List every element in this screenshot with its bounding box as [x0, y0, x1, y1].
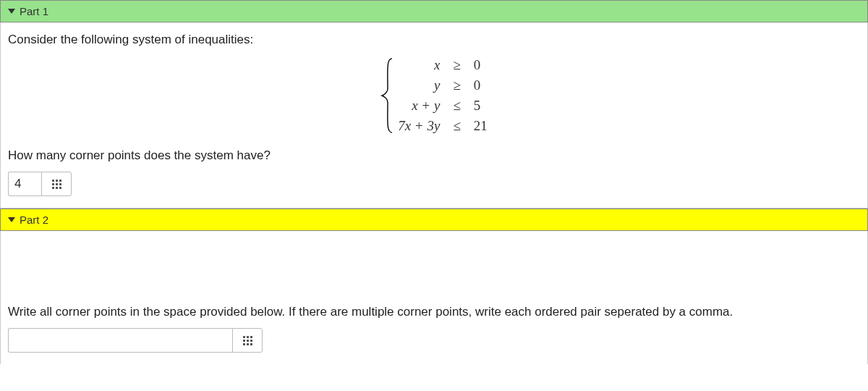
part1-answer-input[interactable]: [8, 172, 41, 196]
left-brace-icon: [380, 57, 395, 134]
keypad-button[interactable]: [41, 172, 72, 196]
part2-answer-input[interactable]: [8, 328, 232, 353]
problem-container: Part 1 Consider the following system of …: [0, 0, 868, 364]
system-grid: x ≥ 0 y ≥ 0 x + y ≤ 5 7x + 3y ≤ 21: [398, 57, 488, 134]
keypad-button[interactable]: [232, 328, 263, 353]
part1-question: How many corner points does the system h…: [8, 148, 860, 163]
part2-question: Write all corner points in the space pro…: [8, 305, 860, 319]
row1-rhs: 0: [474, 57, 488, 73]
row3-lhs: x + y: [398, 98, 440, 114]
row1-lhs: x: [398, 57, 440, 73]
caret-down-icon: [8, 9, 15, 14]
inequality-system: x ≥ 0 y ≥ 0 x + y ≤ 5 7x + 3y ≤ 21: [8, 57, 860, 134]
part1-answer-row: [8, 172, 860, 196]
row1-op: ≥: [453, 57, 460, 73]
part2-header[interactable]: Part 2: [0, 209, 868, 231]
part2-answer-row: [8, 328, 860, 353]
part1-body: Consider the following system of inequal…: [0, 22, 868, 209]
row2-op: ≥: [453, 77, 460, 93]
part2-header-label: Part 2: [20, 214, 48, 226]
part1-prompt: Consider the following system of inequal…: [8, 33, 860, 47]
row4-rhs: 21: [474, 118, 488, 134]
row4-op: ≤: [453, 118, 460, 134]
row4-lhs: 7x + 3y: [398, 118, 440, 134]
part2-body: Write all corner points in the space pro…: [0, 231, 868, 364]
row3-rhs: 5: [474, 98, 488, 114]
row2-lhs: y: [398, 77, 440, 93]
keypad-grid-icon: [243, 336, 252, 345]
part2-spacer: [8, 241, 860, 299]
part1-header[interactable]: Part 1: [0, 0, 868, 22]
caret-down-icon: [8, 217, 15, 222]
part1-header-label: Part 1: [20, 5, 48, 17]
row3-op: ≤: [453, 98, 460, 114]
row2-rhs: 0: [474, 77, 488, 93]
keypad-grid-icon: [52, 180, 61, 189]
